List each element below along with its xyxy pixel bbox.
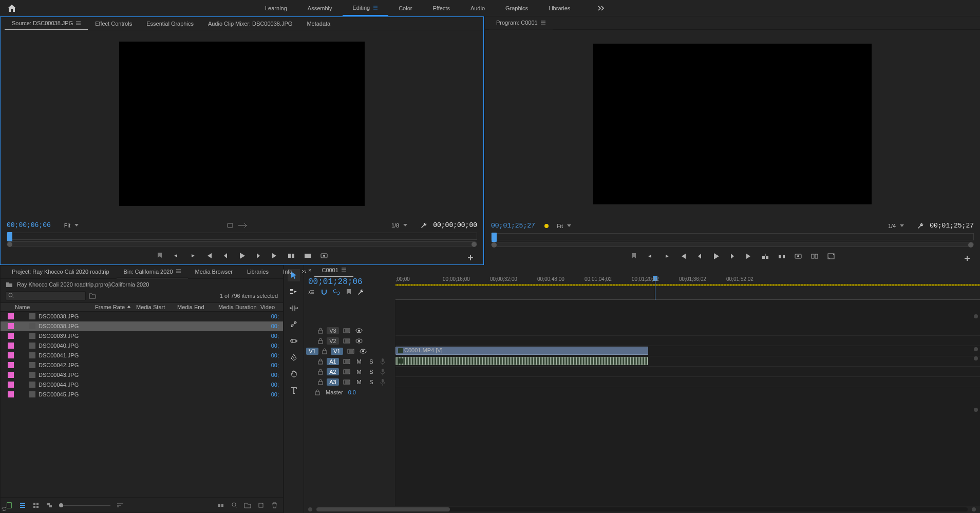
solo-button[interactable]: S: [367, 368, 376, 375]
sync-lock-icon[interactable]: [342, 327, 351, 334]
tab-audio-clip-mixer[interactable]: Audio Clip Mixer: DSC00038.JPG: [201, 17, 299, 30]
mark-in-button[interactable]: [172, 251, 181, 260]
tab-metadata[interactable]: Metadata: [299, 17, 337, 30]
marker-toggle-icon[interactable]: [345, 289, 352, 296]
add-marker-button[interactable]: [629, 252, 638, 261]
lift-button[interactable]: [761, 252, 770, 261]
panel-overflow[interactable]: [299, 268, 310, 276]
workspace-learning[interactable]: Learning: [255, 1, 297, 15]
workspace-assembly[interactable]: Assembly: [297, 1, 343, 15]
track-lane-a1[interactable]: [395, 356, 980, 367]
export-frame-button[interactable]: [794, 252, 803, 261]
freeform-view-button[interactable]: [46, 502, 53, 509]
program-playhead-timecode[interactable]: 00;01;25;27: [491, 222, 535, 230]
source-marker-icon[interactable]: [227, 222, 233, 229]
step-forward-button[interactable]: [254, 251, 263, 260]
header-media-duration[interactable]: Media Duration: [218, 304, 259, 310]
button-editor-add[interactable]: [963, 254, 972, 263]
project-item[interactable]: DSC00038.JPG 00;: [1, 321, 283, 331]
tab-libraries[interactable]: Libraries: [240, 265, 276, 278]
program-zoom-slider[interactable]: [491, 242, 974, 247]
source-patch-v1[interactable]: V1: [306, 348, 318, 355]
tab-source[interactable]: Source: DSC00038.JPG: [5, 17, 88, 30]
insert-button[interactable]: [287, 251, 296, 260]
sync-lock-icon[interactable]: [342, 337, 351, 345]
voice-over-record-icon[interactable]: [379, 368, 386, 375]
extract-button[interactable]: [777, 252, 786, 261]
voice-over-record-icon[interactable]: [379, 378, 386, 386]
workspace-libraries[interactable]: Libraries: [538, 1, 580, 15]
step-forward-button[interactable]: [728, 252, 737, 261]
workspace-editing[interactable]: Editing: [343, 1, 389, 16]
sync-lock-icon[interactable]: [342, 378, 351, 386]
source-scrub-bar[interactable]: [7, 233, 477, 240]
home-button[interactable]: [5, 3, 18, 14]
header-name[interactable]: Name: [15, 304, 95, 310]
timeline-playhead-timecode[interactable]: 00;01;28;06: [308, 277, 391, 287]
workspace-color[interactable]: Color: [388, 1, 422, 15]
sync-lock-icon[interactable]: [346, 348, 355, 355]
go-to-in-button[interactable]: [204, 251, 214, 260]
label-color-swatch[interactable]: [8, 362, 14, 368]
pen-tool[interactable]: [288, 351, 300, 364]
track-lane-v1[interactable]: C0001.MP4 [V]: [395, 346, 980, 356]
lock-icon[interactable]: [317, 358, 324, 365]
mute-button[interactable]: M: [354, 358, 364, 365]
button-editor-add[interactable]: [466, 253, 475, 262]
slider-handle-right[interactable]: [472, 242, 477, 247]
toggle-output-icon[interactable]: [354, 337, 364, 345]
program-resolution-select[interactable]: 1/4: [885, 222, 912, 230]
vscroll-marker[interactable]: [974, 314, 978, 318]
project-item[interactable]: DSC00038.JPG 00;: [1, 312, 283, 321]
find-button[interactable]: [231, 502, 238, 509]
tab-menu-icon[interactable]: [541, 21, 545, 25]
tab-project[interactable]: Project: Ray Khocco Cali 2020 roadtrip: [5, 265, 117, 278]
master-track-header[interactable]: Master 0.0: [304, 387, 395, 397]
lock-icon[interactable]: [317, 369, 324, 375]
track-label[interactable]: V3: [327, 327, 339, 334]
track-header-v3[interactable]: V3: [304, 326, 395, 336]
tab-menu-icon[interactable]: [76, 21, 81, 26]
source-monitor-viewport[interactable]: [1, 30, 483, 218]
lock-icon[interactable]: [317, 338, 324, 344]
comparison-view-button[interactable]: [810, 252, 819, 261]
vscroll-marker[interactable]: [974, 347, 978, 351]
ripple-edit-tool[interactable]: [288, 302, 300, 314]
mute-button[interactable]: M: [354, 378, 364, 386]
tab-media-browser[interactable]: Media Browser: [188, 265, 240, 278]
solo-button[interactable]: S: [367, 378, 376, 386]
program-zoom-select[interactable]: Fit: [554, 222, 579, 230]
tab-program[interactable]: Program: C0001: [489, 16, 553, 29]
workspace-effects[interactable]: Effects: [422, 1, 460, 15]
safe-margins-button[interactable]: [826, 252, 836, 261]
timeline-horizontal-scroll[interactable]: [304, 506, 980, 513]
project-item[interactable]: DSC00041.JPG 00;: [1, 351, 283, 360]
program-settings-wrench-icon[interactable]: [917, 222, 925, 230]
play-button[interactable]: [711, 252, 721, 261]
hand-tool[interactable]: [288, 368, 300, 380]
video-clip[interactable]: C0001.MP4 [V]: [395, 347, 648, 355]
workspace-audio[interactable]: Audio: [460, 1, 495, 15]
timeline-settings-wrench-icon[interactable]: [357, 289, 365, 296]
overwrite-button[interactable]: [303, 251, 312, 260]
new-item-button[interactable]: [257, 502, 265, 509]
track-select-tool[interactable]: [288, 286, 300, 298]
track-header-a3[interactable]: A3 M S: [304, 377, 395, 387]
track-lane-a3[interactable]: [395, 377, 980, 387]
label-color-swatch[interactable]: [8, 382, 14, 388]
sort-menu[interactable]: [117, 502, 124, 509]
label-color-swatch[interactable]: [8, 313, 14, 319]
label-color-swatch[interactable]: [8, 323, 14, 329]
mute-button[interactable]: M: [354, 368, 364, 375]
lock-icon[interactable]: [314, 389, 321, 395]
toggle-output-icon[interactable]: [359, 348, 368, 355]
snap-toggle-icon[interactable]: [321, 289, 328, 296]
label-color-swatch[interactable]: [8, 333, 14, 339]
tab-menu-icon[interactable]: [176, 269, 181, 274]
workspace-overflow[interactable]: [596, 4, 607, 13]
solo-button[interactable]: S: [367, 358, 376, 365]
track-label[interactable]: V2: [327, 337, 339, 345]
tab-essential-graphics[interactable]: Essential Graphics: [139, 17, 201, 30]
track-header-v2[interactable]: V2: [304, 336, 395, 346]
master-db-value[interactable]: 0.0: [348, 389, 356, 395]
